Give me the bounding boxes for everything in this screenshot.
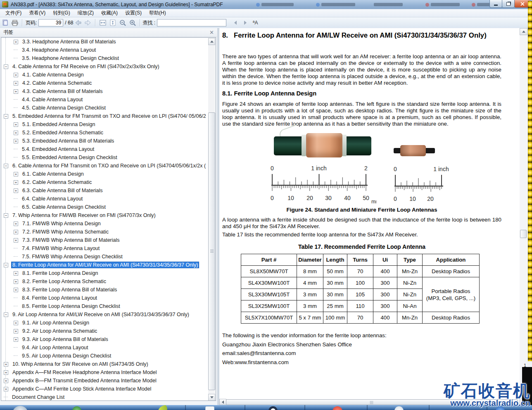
bookmark-item[interactable]: +6.3. Cable Antenna Bill of Materials <box>1 186 216 195</box>
bookmark-label[interactable]: 8.4. Ferrite Loop Antenna Layout <box>21 295 98 301</box>
zoom-in-button[interactable] <box>128 18 138 27</box>
bookmark-label[interactable]: 7.2. FM/WB Whip Antenna Schematic <box>21 229 110 235</box>
find-next-button[interactable] <box>240 18 250 27</box>
bookmark-item[interactable]: 9.5. Air Loop Antenna Design Checklist <box>1 352 216 360</box>
bookmark-item[interactable]: +Appendix B—FM Transmit Embedded Antenna… <box>1 377 216 385</box>
match-case-toggle[interactable]: ªA <box>250 20 260 26</box>
bookmark-label[interactable]: 9.3. Air Loop Antenna Bill of Materials <box>21 336 109 343</box>
title-bar[interactable]: AN383.pdf - [AN383: Si47xx Antenna, Sche… <box>0 0 532 10</box>
page-number-input[interactable] <box>38 19 63 26</box>
start-button[interactable] <box>12 406 28 410</box>
bookmark-label[interactable]: 7.4. FM/WB Whip Antenna Layout <box>21 245 101 252</box>
menu-item[interactable]: 缩放(Z) <box>74 9 97 17</box>
bookmark-item[interactable]: +8.2. Ferrite Loop Antenna Schematic <box>1 277 216 286</box>
scroll-down-button[interactable] <box>208 394 215 401</box>
bookmark-label[interactable]: 8.1. Ferrite Loop Antenna Design <box>21 270 99 277</box>
bookmark-label[interactable]: 3.3. Headphone Antenna Bill of Materials <box>21 38 117 45</box>
bookmark-item[interactable]: 8.4. Ferrite Loop Antenna Layout <box>1 294 216 302</box>
find-previous-button[interactable] <box>230 18 240 27</box>
tree-expand-icon[interactable]: + <box>14 172 18 176</box>
bookmark-label[interactable]: 4.4. Cable Antenna Layout <box>21 96 84 103</box>
bookmark-label[interactable]: Appendix A—FM Receive Headphone Antenna … <box>11 369 158 376</box>
open-file-button[interactable] <box>0 18 10 27</box>
bookmark-item[interactable]: +8.3. Ferrite Loop Antenna Bill of Mater… <box>1 286 216 294</box>
bookmark-item[interactable]: −9. Air Loop Antenna for AM/LW Receive o… <box>1 310 216 319</box>
vertical-scrollbar[interactable] <box>520 28 527 405</box>
taskbar-icon-green[interactable] <box>72 406 81 410</box>
tree-expand-icon[interactable]: + <box>4 387 8 391</box>
scroll-up-button[interactable] <box>208 38 215 45</box>
menu-item[interactable]: 设置(S) <box>121 9 145 17</box>
bookmark-label[interactable]: 6.2. Cable Antenna Schematic <box>21 179 93 186</box>
bookmark-item[interactable]: +9.3. Air Loop Antenna Bill of Materials <box>1 335 216 343</box>
bookmark-label[interactable]: 4.3. Cable Antenna Bill of Materials <box>21 88 104 95</box>
previous-page-button[interactable] <box>73 18 83 27</box>
bookmark-item[interactable]: −8. Ferrite Loop Antenna for AM/LW Recei… <box>1 261 216 269</box>
bookmark-label[interactable]: 5.5. Embedded Antenna Design Checklist <box>21 154 119 161</box>
bookmark-label[interactable]: 4.5. Cable Antenna Design Checklist <box>21 105 107 111</box>
bookmark-label[interactable]: Appendix C—AM Ferrite Loop Stick Antenna… <box>11 386 152 392</box>
fit-width-button[interactable] <box>98 18 108 27</box>
bookmark-item[interactable]: +8.1. Ferrite Loop Antenna Design <box>1 269 216 277</box>
tree-expand-icon[interactable]: + <box>4 379 8 383</box>
zoom-out-button[interactable] <box>118 18 128 27</box>
taskbar-icon-leaf[interactable] <box>157 405 169 410</box>
bookmark-item[interactable]: +9.2. Air Loop Antenna Schematic <box>1 327 216 335</box>
tree-expand-icon[interactable]: + <box>4 370 8 375</box>
bookmark-label[interactable]: 6.3. Cable Antenna Bill of Materials <box>21 187 104 194</box>
tree-expand-icon[interactable]: + <box>14 89 18 94</box>
bookmark-label[interactable]: 7.5. FM/WB Whip Antenna Design Checklist <box>21 253 124 260</box>
bookmark-item[interactable]: +7.3. FM/WB Whip Antenna Bill of Materia… <box>1 236 216 244</box>
bookmark-label[interactable]: 5. Embedded Antenna for FM Transmit on T… <box>11 113 207 119</box>
bookmark-label[interactable]: 7.3. FM/WB Whip Antenna Bill of Material… <box>21 237 121 243</box>
tree-expand-icon[interactable]: + <box>14 131 18 135</box>
bookmark-item[interactable]: −7. Whip Antenna for FM/WB Receiver on F… <box>1 211 216 219</box>
bookmark-label[interactable]: 4.1. Cable Antenna Design <box>21 72 85 78</box>
bookmark-item[interactable]: +4.2. Cable Antenna Schematic <box>1 79 216 87</box>
bookmark-label[interactable]: 8.3. Ferrite Loop Antenna Bill of Materi… <box>21 286 118 293</box>
bookmark-label[interactable]: 5.1. Embedded Antenna Design <box>21 121 97 128</box>
bookmark-label[interactable]: 10. Whip Antenna for SW Receive on AMI (… <box>11 361 150 367</box>
bookmark-label[interactable]: 4. Cable Antenna for FM Receive on FMI (… <box>11 63 161 70</box>
menu-item[interactable]: 查看(V) <box>25 9 49 17</box>
bookmark-label[interactable]: 3.5. Headphone Antenna Design Checklist <box>21 55 120 62</box>
tree-collapse-icon[interactable]: − <box>4 64 8 69</box>
bookmark-label[interactable]: 6.4. Cable Antenna Layout <box>21 195 84 202</box>
bookmark-label[interactable]: 6.1. Cable Antenna Design <box>21 171 85 177</box>
bookmark-item[interactable]: +7.2. FM/WB Whip Antenna Schematic <box>1 228 216 236</box>
tree-expand-icon[interactable]: + <box>14 329 18 334</box>
bookmark-item[interactable]: −5. Embedded Antenna for FM Transmit on … <box>1 112 216 120</box>
taskbar-icon-red-circle[interactable] <box>332 406 342 410</box>
bookmark-item[interactable]: 7.4. FM/WB Whip Antenna Layout <box>1 244 216 253</box>
tree-expand-icon[interactable]: + <box>14 188 18 193</box>
tree-collapse-icon[interactable]: − <box>4 164 8 168</box>
tree-expand-icon[interactable]: + <box>14 238 18 243</box>
bookmark-item[interactable]: +Appendix C—AM Ferrite Loop Stick Antenn… <box>1 385 216 393</box>
bookmark-label[interactable]: 6.5. Cable Antenna Design Checklist <box>21 204 107 210</box>
bookmark-item[interactable]: +5.2. Embedded Antenna Schematic <box>1 129 216 137</box>
bookmark-item[interactable]: +10. Whip Antenna for SW Receive on AMI … <box>1 360 216 368</box>
tree-expand-icon[interactable]: + <box>14 180 18 185</box>
tree-expand-icon[interactable]: + <box>14 230 18 234</box>
bookmark-item[interactable]: 3.4. Headphone Antenna Layout <box>1 46 216 54</box>
bookmark-item[interactable]: −6. Cable Antenna for FM Transmit on TXO… <box>1 162 216 170</box>
bookmark-item[interactable]: 5.5. Embedded Antenna Design Checklist <box>1 153 216 162</box>
bookmark-label[interactable]: 6. Cable Antenna for FM Transmit on TXO … <box>11 162 207 169</box>
bookmark-label[interactable]: 5.4. Embedded Antenna Layout <box>21 146 95 153</box>
tree-expand-icon[interactable]: + <box>14 288 18 292</box>
bookmark-item[interactable]: −4. Cable Antenna for FM Receive on FMI … <box>1 62 216 71</box>
bookmark-label[interactable]: 9.2. Air Loop Antenna Schematic <box>21 328 98 334</box>
tree-expand-icon[interactable]: + <box>14 122 18 127</box>
bookmark-item[interactable]: +5.1. Embedded Antenna Design <box>1 120 216 129</box>
tree-expand-icon[interactable]: + <box>14 279 18 284</box>
bookmark-item[interactable]: +6.1. Cable Antenna Design <box>1 170 216 178</box>
tree-expand-icon[interactable]: + <box>4 362 8 367</box>
bookmark-label[interactable]: 8.2. Ferrite Loop Antenna Schematic <box>21 278 107 285</box>
bookmark-label[interactable]: 5.2. Embedded Antenna Schematic <box>21 129 104 136</box>
bookmark-label[interactable]: 9.5. Air Loop Antenna Design Checklist <box>21 353 112 359</box>
bookmark-item[interactable]: 3.5. Headphone Antenna Design Checklist <box>1 54 216 62</box>
bookmark-item[interactable]: +7.1. FM/WB Whip Antenna Design <box>1 219 216 228</box>
tree-collapse-icon[interactable]: − <box>4 263 8 267</box>
restore-button[interactable] <box>502 0 515 8</box>
bookmark-item[interactable]: +6.2. Cable Antenna Schematic <box>1 178 216 186</box>
